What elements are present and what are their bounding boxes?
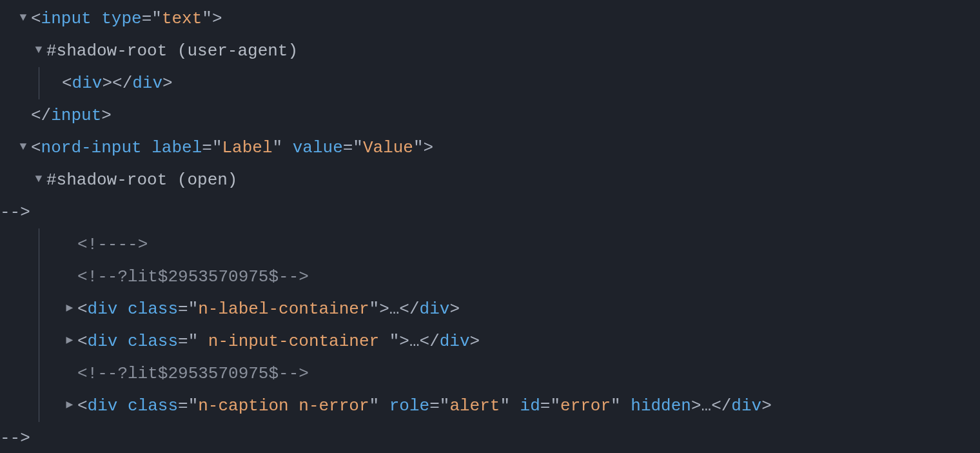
- attr-name: hidden: [631, 390, 691, 422]
- disclosure-triangle-icon[interactable]: [15, 130, 31, 163]
- dom-tree-row[interactable]: <div class=" n-input-container ">…</div>: [0, 325, 980, 357]
- comment-body: lit$2953570975$: [128, 357, 279, 390]
- attr-name: class: [128, 293, 178, 325]
- dom-tree-row[interactable]: <!---->: [0, 228, 980, 261]
- comment-body: lit$2953570975$: [128, 261, 279, 293]
- attr-value: alert: [449, 390, 500, 422]
- disclosure-triangle-icon[interactable]: [62, 324, 77, 356]
- attr-value: Label: [222, 132, 272, 164]
- attr-value: Value: [363, 132, 413, 164]
- attr-value: n-input-container: [198, 325, 389, 357]
- tag-open-punct: <: [31, 3, 41, 35]
- attr-value: n-caption n-error: [198, 390, 369, 422]
- dom-tree-panel: <input type="text"> #shadow-root (user-a…: [0, 0, 980, 453]
- attr-name: label: [152, 132, 202, 164]
- comment-open: <!--: [77, 228, 117, 261]
- tag-name: input: [41, 3, 92, 35]
- attr-name: value: [293, 132, 343, 164]
- attr-value: text: [162, 3, 202, 35]
- attr-value: error: [560, 390, 611, 422]
- attr-name: type: [101, 3, 141, 35]
- disclosure-triangle-icon[interactable]: [62, 388, 77, 421]
- dom-tree-row[interactable]: <div class="n-caption n-error" role="ale…: [0, 390, 980, 422]
- dom-tree-row[interactable]: #shadow-root (open): [0, 164, 980, 196]
- collapsed-ellipsis[interactable]: …: [701, 390, 712, 422]
- dom-tree-row[interactable]: <input type="text">: [0, 3, 980, 35]
- attr-name: id: [520, 390, 540, 422]
- disclosure-triangle-icon[interactable]: [62, 292, 77, 324]
- comment-open: <!--?: [77, 261, 128, 293]
- attr-name: class: [128, 325, 178, 357]
- comment-close: -->: [279, 261, 309, 293]
- disclosure-triangle-icon[interactable]: [15, 1, 31, 34]
- tag-name: div: [88, 390, 118, 422]
- collapsed-ellipsis[interactable]: …: [389, 293, 400, 325]
- comment-close: -->: [117, 228, 148, 261]
- disclosure-triangle-icon[interactable]: [31, 163, 46, 195]
- dom-tree-row[interactable]: <div></div>: [0, 67, 980, 99]
- comment-open: <!--?: [77, 357, 128, 390]
- attr-value: n-label-container: [198, 293, 369, 325]
- attr-name: class: [128, 390, 178, 422]
- collapsed-ellipsis[interactable]: …: [409, 325, 420, 357]
- tag-name: div: [88, 293, 118, 325]
- shadow-root-label: #shadow-root (open): [46, 164, 237, 196]
- tag-name: input: [51, 99, 101, 132]
- tag-name: div: [72, 67, 103, 99]
- tag-name: nord-input: [41, 132, 142, 164]
- dom-tree-row[interactable]: <!--?lit$2953570975$-->: [0, 357, 980, 390]
- attr-name: role: [389, 390, 429, 422]
- dom-tree-row[interactable]: <!--?lit$2953570975$-->: [0, 261, 980, 293]
- disclosure-triangle-icon[interactable]: [31, 34, 46, 66]
- dom-tree-row[interactable]: #shadow-root (user-agent): [0, 35, 980, 67]
- dom-tree-row[interactable]: </input>: [0, 99, 980, 132]
- shadow-root-label: #shadow-root (user-agent): [46, 35, 298, 67]
- tag-close-punct: >: [212, 3, 222, 35]
- tag-name: div: [88, 325, 118, 357]
- dom-tree-row[interactable]: <nord-input label="Label" value="Value">: [0, 132, 980, 164]
- dom-tree-row[interactable]: <div class="n-label-container">…</div>: [0, 293, 980, 325]
- comment-close: -->: [279, 357, 309, 390]
